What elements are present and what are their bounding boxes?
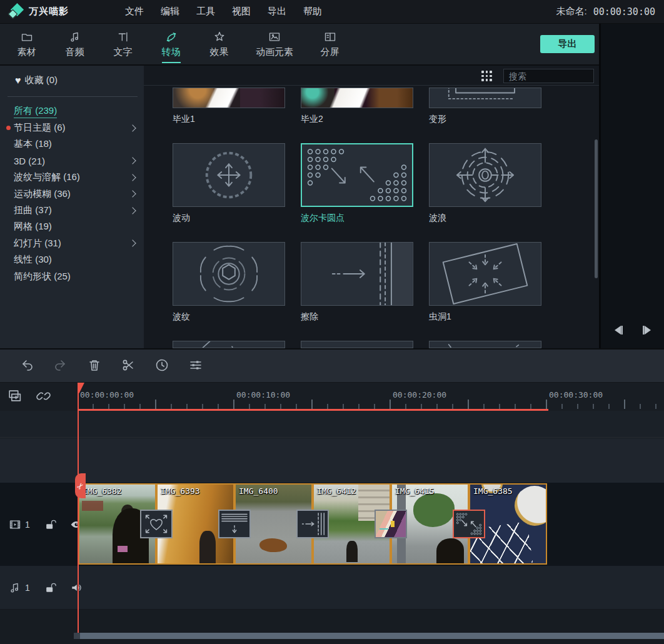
library-toolbar: [144, 66, 599, 86]
menu-tools[interactable]: 工具: [196, 6, 215, 18]
chevron-right-icon: [129, 190, 136, 197]
heart-icon: ♥: [15, 75, 21, 86]
menu-bar: 万兴喵影 文件 编辑 工具 视图 导出 帮助 未命名: 00:00:30:00: [0, 0, 664, 24]
tab-elements-label: 动画元素: [256, 46, 293, 58]
tab-splitscreen[interactable]: 分屏: [306, 24, 354, 64]
link-icon: [36, 388, 51, 404]
next-frame-icon: [640, 323, 655, 338]
menu-help[interactable]: 帮助: [303, 6, 322, 18]
category-linear[interactable]: 线性 (30): [0, 252, 144, 268]
sidebar-favorites[interactable]: ♥ 收藏 (0): [15, 74, 58, 86]
transition-tile-chongdong1[interactable]: 虫洞1: [429, 242, 541, 323]
cut-at-playhead-handle[interactable]: ✂: [75, 473, 86, 498]
transition-tile-biye1[interactable]: 毕业1: [173, 88, 285, 125]
transition-thumb: [173, 242, 285, 306]
transition-tile-bowen[interactable]: 波纹: [173, 242, 285, 323]
library-vertical-scrollbar[interactable]: [595, 139, 598, 278]
timeline-horizontal-scrollbar[interactable]: [80, 633, 664, 639]
timeline-transition-polka-dots-selected[interactable]: [453, 510, 485, 538]
category-all[interactable]: 所有 (239): [0, 103, 144, 119]
category-distort[interactable]: 扭曲 (37): [0, 202, 144, 218]
export-button[interactable]: 导出: [540, 35, 595, 53]
audio-track-mute-button[interactable]: [70, 581, 83, 594]
ruler-label-30: 00:00:30:00: [549, 390, 603, 400]
main-menu: 文件 编辑 工具 视图 导出 帮助: [125, 6, 322, 18]
split-button[interactable]: [120, 358, 136, 374]
tab-transitions[interactable]: 转场: [147, 24, 195, 64]
category-holiday[interactable]: 节日主题 (6): [0, 119, 144, 136]
add-track-button[interactable]: [6, 388, 23, 405]
tab-media[interactable]: 素材: [3, 24, 51, 64]
search-input[interactable]: [504, 71, 599, 81]
transition-tile-polka-dots[interactable]: 波尔卡圆点: [301, 143, 413, 224]
video-track-row: 1 IMG_6382 IMG_6393 IMG_6400 IMG_6412 IM…: [0, 483, 664, 566]
category-grid[interactable]: 网格 (19): [0, 219, 144, 235]
tab-effects[interactable]: 效果: [195, 24, 243, 64]
chevron-right-icon: [129, 207, 136, 214]
transition-tile-bolang[interactable]: 波浪: [429, 143, 541, 224]
timeline-transition-graduation[interactable]: [375, 510, 407, 538]
transition-tile-partial[interactable]: [429, 341, 541, 348]
category-3d[interactable]: 3D (21): [0, 153, 144, 169]
transition-library: 毕业1 毕业2 变形 波动: [144, 66, 599, 348]
playhead-line[interactable]: [78, 383, 79, 633]
transition-tile-cachu[interactable]: 擦除: [301, 242, 413, 323]
transition-tile-bodong[interactable]: 波动: [173, 143, 285, 224]
chevron-right-icon: [129, 174, 136, 181]
category-motion-blur[interactable]: 运动模糊 (36): [0, 186, 144, 202]
app-logo: 万兴喵影: [9, 4, 69, 19]
transition-tile-biye2[interactable]: 毕业2: [301, 88, 413, 125]
tab-audio-label: 音频: [66, 46, 84, 58]
category-basic[interactable]: 基本 (18): [0, 136, 144, 153]
menu-file[interactable]: 文件: [125, 6, 144, 18]
video-track-header: 1: [0, 483, 78, 566]
duration-button[interactable]: [154, 358, 170, 374]
menu-export[interactable]: 导出: [268, 6, 286, 18]
new-badge-dot: [6, 126, 11, 130]
unlock-icon: [44, 518, 56, 531]
project-name: 未命名:: [556, 6, 586, 18]
scissors-icon: ✂: [74, 480, 86, 491]
transition-tile-partial[interactable]: [173, 341, 285, 348]
transition-thumb: [301, 242, 413, 306]
tab-text[interactable]: 文字: [99, 24, 147, 64]
link-button[interactable]: [35, 388, 51, 405]
transition-thumb: [173, 143, 285, 207]
clock-icon: [154, 358, 169, 373]
timeline-transition-wipe[interactable]: [296, 510, 329, 538]
timeline-tracks: 1 IMG_6382 IMG_6393 IMG_6400 IMG_6412 IM…: [0, 411, 664, 644]
transition-tile-bianxing[interactable]: 变形: [429, 88, 541, 125]
tab-elements[interactable]: 动画元素: [243, 24, 306, 64]
tab-effects-label: 效果: [210, 46, 229, 58]
adjust-button[interactable]: [188, 358, 204, 374]
audio-track-lock-button[interactable]: [44, 581, 56, 594]
transition-thumb: [301, 88, 413, 108]
category-simple-shapes[interactable]: 简约形状 (25): [0, 268, 144, 284]
tab-audio[interactable]: 音频: [51, 24, 99, 64]
timeline-scrollbar-notch: [74, 633, 80, 639]
next-frame-button[interactable]: [640, 323, 655, 338]
tab-text-label: 文字: [114, 46, 133, 58]
undo-button[interactable]: [19, 358, 35, 374]
folder-icon: [21, 31, 33, 43]
timeline-transition-heart[interactable]: [140, 510, 173, 538]
category-slideshow[interactable]: 幻灯片 (31): [0, 235, 144, 251]
transition-tile-partial[interactable]: [301, 341, 413, 348]
timeline-transition-lines-down[interactable]: [218, 510, 251, 538]
category-ripple-dissolve[interactable]: 波纹与溶解 (16): [0, 169, 144, 186]
video-track-lock-button[interactable]: [44, 518, 56, 531]
chevron-right-icon: [129, 124, 136, 131]
previous-frame-button[interactable]: [611, 323, 626, 338]
transition-thumb: [173, 88, 285, 108]
redo-button[interactable]: [53, 358, 69, 374]
grid-view-icon[interactable]: [481, 71, 492, 81]
menu-edit[interactable]: 编辑: [161, 6, 179, 18]
app-logo-text: 万兴喵影: [29, 6, 69, 18]
sliders-icon: [188, 358, 203, 373]
project-duration: 00:00:30:00: [593, 6, 655, 18]
image-icon: [268, 31, 281, 43]
timeline-ruler[interactable]: 00:00:00:00 00:00:10:00 00:00:20:00 00:0…: [78, 383, 664, 411]
video-track-icon: [9, 518, 21, 531]
delete-button[interactable]: [86, 358, 103, 374]
menu-view[interactable]: 视图: [232, 6, 251, 18]
